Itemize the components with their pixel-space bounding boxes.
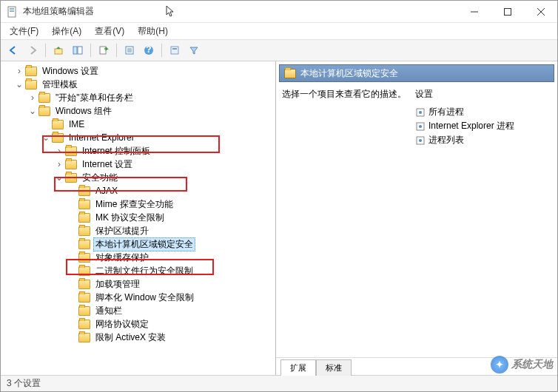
folder-icon	[78, 186, 90, 196]
details-pane: 本地计算机区域锁定安全 选择一个项目来查看它的描述。 设置 所有进程 Inter…	[276, 61, 557, 375]
description-text: 选择一个项目来查看它的描述。	[282, 88, 409, 101]
funnel-button[interactable]	[186, 42, 202, 58]
details-title: 本地计算机区域锁定安全	[300, 67, 398, 80]
minimize-button[interactable]	[457, 1, 491, 22]
menu-view[interactable]: 查看(V)	[89, 24, 130, 39]
show-hide-tree-button[interactable]	[70, 42, 86, 58]
svg-rect-2	[10, 10, 14, 10]
folder-icon	[284, 69, 296, 78]
tree-item-start-taskbar[interactable]: ›"开始"菜单和任务栏	[1, 91, 275, 104]
setting-ie-process[interactable]: Internet Explorer 进程	[415, 119, 551, 133]
tree-item-internet-control-panel[interactable]: ›Internet 控制面板	[1, 144, 275, 158]
folder-icon	[65, 146, 77, 156]
tree-item-admin-templates[interactable]: ⌄管理模板	[1, 78, 275, 91]
folder-icon	[78, 240, 90, 249]
tree-item-notification-bar[interactable]: 通知栏	[1, 304, 275, 317]
tree-item-windows-settings[interactable]: ›Windows 设置	[1, 64, 275, 78]
svg-rect-11	[100, 47, 106, 54]
maximize-button[interactable]	[491, 1, 524, 22]
tree-item-binary-behavior[interactable]: 二进制文件行为安全限制	[1, 264, 275, 277]
svg-rect-1	[10, 8, 14, 9]
chevron-down-icon[interactable]: ⌄	[54, 172, 64, 183]
menubar: 文件(F) 操作(A) 查看(V) 帮助(H)	[1, 23, 557, 39]
folder-icon	[78, 333, 90, 342]
folder-icon	[52, 133, 64, 143]
main-area: ›Windows 设置 ⌄管理模板 ›"开始"菜单和任务栏 ⌄Windows 组…	[1, 61, 557, 375]
folder-icon	[78, 293, 90, 303]
toolbar: ?	[1, 39, 557, 61]
folder-icon	[78, 280, 90, 289]
setting-icon	[415, 135, 426, 146]
tree-item-scripted-window[interactable]: 脚本化 Window 安全限制	[1, 291, 275, 304]
cursor-icon	[166, 5, 176, 18]
chevron-right-icon[interactable]: ›	[54, 146, 64, 156]
svg-point-21	[419, 111, 422, 114]
menu-help[interactable]: 帮助(H)	[132, 24, 174, 39]
chevron-right-icon[interactable]: ›	[14, 66, 24, 76]
details-tabs: 扩展 标准	[276, 357, 557, 375]
folder-icon	[52, 120, 64, 129]
tree-item-network-protocol[interactable]: 网络协议锁定	[1, 317, 275, 331]
back-button[interactable]	[5, 42, 21, 58]
tree-item-object-cache[interactable]: 对象缓存保护	[1, 251, 275, 264]
chevron-right-icon[interactable]: ›	[54, 159, 64, 169]
setting-icon	[415, 121, 426, 132]
folder-icon	[78, 213, 90, 223]
folder-icon	[78, 266, 90, 276]
chevron-down-icon[interactable]: ⌄	[41, 132, 51, 143]
menu-action[interactable]: 操作(A)	[46, 24, 87, 39]
status-text: 3 个设置	[7, 377, 41, 390]
chevron-down-icon[interactable]: ⌄	[27, 106, 38, 116]
setting-icon	[415, 107, 426, 118]
tree-item-security-features[interactable]: ⌄安全功能	[1, 171, 275, 184]
forward-button[interactable]	[24, 42, 41, 58]
svg-text:?: ?	[146, 45, 151, 55]
svg-rect-5	[504, 8, 511, 15]
tab-extended[interactable]: 扩展	[280, 359, 316, 376]
setting-process-list[interactable]: 进程列表	[415, 133, 551, 147]
tree-item-internet-explorer[interactable]: ⌄Internet Explorer	[1, 131, 275, 144]
chevron-right-icon[interactable]: ›	[27, 92, 38, 103]
tree-item-activex-install[interactable]: 限制 ActiveX 安装	[1, 331, 275, 344]
svg-rect-8	[55, 49, 62, 54]
svg-rect-19	[172, 48, 177, 50]
export-button[interactable]	[95, 42, 112, 58]
titlebar: 本地组策略编辑器	[1, 1, 557, 23]
tree-item-mk-protocol[interactable]: MK 协议安全限制	[1, 211, 275, 224]
folder-icon	[25, 67, 37, 76]
folder-icon	[78, 200, 90, 209]
refresh-button[interactable]	[121, 42, 138, 58]
details-header: 本地计算机区域锁定安全	[279, 64, 554, 82]
tree-item-internet-settings[interactable]: ›Internet 设置	[1, 158, 275, 171]
tree-item-local-lockdown[interactable]: 本地计算机区域锁定安全	[1, 237, 275, 251]
tree-item-addon-mgmt[interactable]: 加载项管理	[1, 277, 275, 291]
folder-icon	[65, 173, 77, 183]
folder-icon	[78, 306, 90, 316]
setting-all-processes[interactable]: 所有进程	[415, 105, 551, 119]
folder-icon	[78, 320, 90, 329]
tree-item-mime-sniff[interactable]: Mime 探查安全功能	[1, 197, 275, 211]
folder-icon	[38, 93, 50, 103]
window-title: 本地组策略编辑器	[23, 5, 166, 18]
close-button[interactable]	[524, 1, 557, 22]
chevron-down-icon[interactable]: ⌄	[14, 79, 24, 89]
svg-rect-10	[78, 47, 82, 54]
tree-pane[interactable]: ›Windows 设置 ⌄管理模板 ›"开始"菜单和任务栏 ⌄Windows 组…	[1, 61, 276, 375]
settings-column-header[interactable]: 设置	[415, 88, 551, 101]
up-button[interactable]	[50, 42, 67, 58]
svg-rect-9	[73, 47, 77, 54]
filter-button[interactable]	[167, 42, 183, 58]
help-button[interactable]: ?	[141, 42, 157, 58]
tab-standard[interactable]: 标准	[316, 359, 352, 376]
svg-rect-3	[10, 11, 14, 12]
app-icon	[7, 6, 19, 18]
svg-point-25	[419, 139, 422, 142]
tree-item-ajax[interactable]: AJAX	[1, 184, 275, 197]
tree-item-windows-components[interactable]: ⌄Windows 组件	[1, 104, 275, 118]
menu-file[interactable]: 文件(F)	[4, 24, 44, 39]
statusbar: 3 个设置	[1, 375, 557, 391]
folder-icon	[65, 160, 77, 169]
folder-icon	[25, 80, 37, 89]
tree-item-zone-elevation[interactable]: 保护区域提升	[1, 224, 275, 237]
tree-item-ime[interactable]: IME	[1, 118, 275, 131]
